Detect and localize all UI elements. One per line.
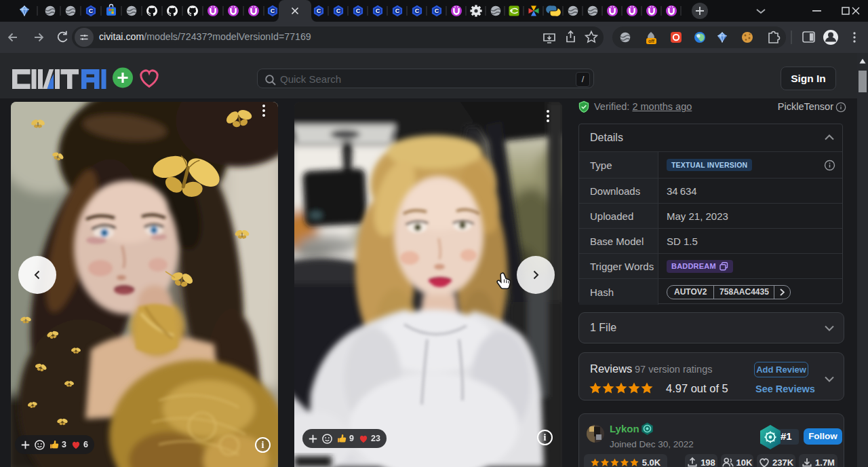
svg-text:off: off — [648, 39, 655, 43]
